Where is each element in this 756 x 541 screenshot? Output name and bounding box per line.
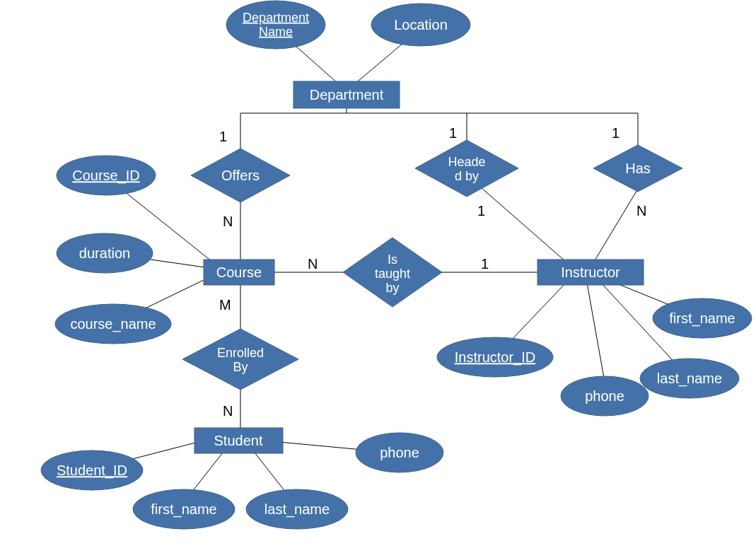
attr-course-id-label: Course_ID <box>72 168 140 184</box>
rel-headed-by-label2: d by <box>455 169 479 183</box>
attr-instr-firstname-label: first_name <box>669 310 735 327</box>
card-has-bottom: N <box>636 203 646 219</box>
card-taught-left: N <box>308 256 318 272</box>
entity-student-label: Student <box>214 433 263 448</box>
attr-student-id-label: Student_ID <box>57 463 127 479</box>
rel-enrolled-l2: By <box>233 360 248 374</box>
line-instr-phone <box>587 283 605 382</box>
attr-course-name-label: course_name <box>70 316 156 332</box>
rel-offers-label: Offers <box>221 168 260 183</box>
er-diagram: Department Name Location Course_ID durat… <box>0 0 756 541</box>
rel-headed-by-label1: Heade <box>448 155 485 169</box>
attr-duration-label: duration <box>79 245 130 261</box>
card-taught-right: 1 <box>481 256 489 272</box>
attr-department-name-label2: Name <box>259 25 293 39</box>
attr-stud-firstname-label: first_name <box>151 501 216 518</box>
entity-instructor-label: Instructor <box>561 264 620 280</box>
attr-instr-lastname-label: last_name <box>657 371 722 387</box>
card-enrolled-bottom: N <box>223 403 233 419</box>
attr-department-name-label1: Department <box>243 11 309 25</box>
attr-stud-lastname-label: last_name <box>264 501 330 518</box>
entity-department-label: Department <box>310 87 384 103</box>
attr-stud-phone-label: phone <box>380 445 419 460</box>
rel-taught-l2: taught <box>375 267 410 281</box>
line-has-instructor <box>594 189 638 262</box>
rel-enrolled-l1: Enrolled <box>217 346 264 360</box>
card-offers-top: 1 <box>219 129 227 144</box>
card-headed-top: 1 <box>449 125 457 141</box>
rel-taught-l1: Is <box>388 252 397 267</box>
entity-course-label: Course <box>216 264 262 280</box>
rel-taught-l3: by <box>385 281 399 295</box>
card-offers-bottom: N <box>223 214 233 229</box>
line-headed-instructor <box>481 187 566 262</box>
attr-location-label: Location <box>394 17 448 33</box>
card-headed-bottom: 1 <box>477 203 485 219</box>
card-enrolled-top: M <box>219 297 231 313</box>
attr-instr-phone-label: phone <box>585 388 624 404</box>
card-has-top: 1 <box>612 125 620 141</box>
rel-has-label: Has <box>625 161 651 176</box>
attr-instructor-id-label: Instructor_ID <box>455 349 535 366</box>
